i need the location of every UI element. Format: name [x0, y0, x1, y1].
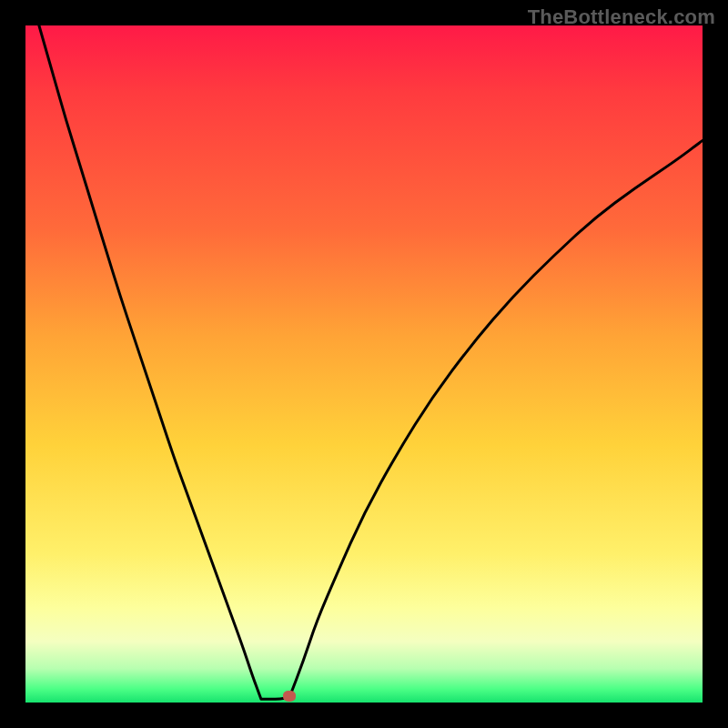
plot-area: [25, 25, 703, 703]
curve-svg: [25, 25, 703, 703]
bottleneck-curve: [39, 25, 703, 699]
chart-frame: TheBottleneck.com: [0, 0, 728, 728]
min-marker: [283, 691, 296, 702]
